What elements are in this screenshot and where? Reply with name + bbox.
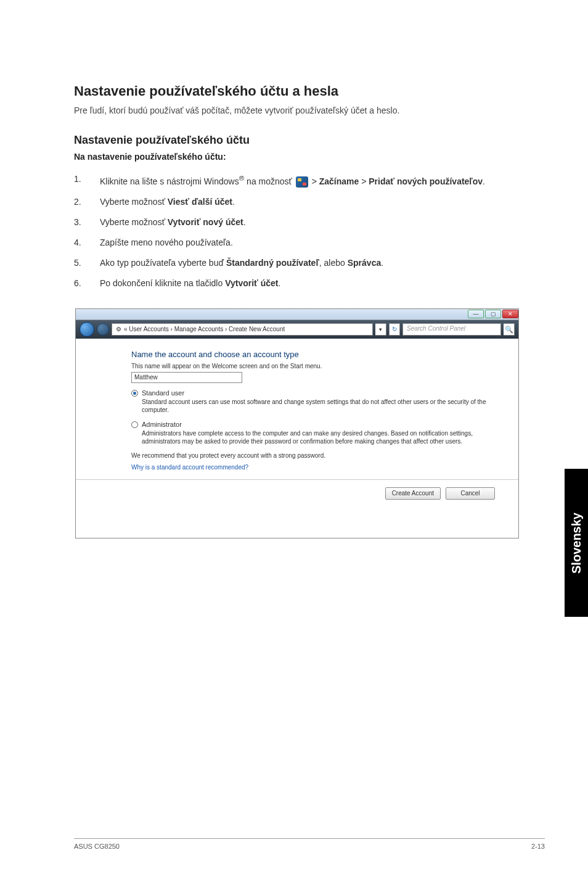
create-account-button[interactable]: Create Account [385,487,441,500]
section-heading: Nastavenie používateľského účtu [74,134,520,147]
step-text: Zapíšte meno nového používateľa. [100,236,520,249]
breadcrumb-text: « User Accounts › Manage Accounts › Crea… [124,326,285,332]
registered-mark: ® [239,174,245,182]
recommend-text: We recommend that you protect every acco… [131,452,495,459]
step-number: 6. [74,277,100,290]
search-icon[interactable]: 🔍 [504,323,515,336]
step-bold: Vytvoriť účet [225,278,278,288]
dialog-subtext: This name will appear on the Welcome scr… [131,363,495,369]
screenshot-window: — ▢ ✕ ⚙ « User Accounts › Manage Account… [75,308,519,538]
step-bold: Vytvoriť nový účet [168,217,243,227]
breadcrumb-icon: ⚙ [116,326,121,332]
standard-user-desc: Standard account users can use most soft… [142,398,495,415]
nav-back-button[interactable] [80,322,94,337]
step-number: 2. [74,196,100,208]
language-tab: Slovensky [565,469,588,617]
administrator-desc: Administrators have complete access to t… [142,429,495,446]
footer-model: ASUS CG8250 [74,843,120,850]
window-navbar: ⚙ « User Accounts › Manage Accounts › Cr… [76,320,518,339]
cancel-button[interactable]: Cancel [446,487,495,500]
footer-page-number: 2-13 [531,843,545,850]
step-3: 3. Vyberte možnosť Vytvoriť nový účet. [74,216,520,229]
refresh-button[interactable]: ↻ [389,323,400,336]
page-footer: ASUS CG8250 2-13 [74,838,545,850]
window-titlebar: — ▢ ✕ [76,309,518,320]
step-4: 4. Zapíšte meno nového používateľa. [74,236,520,249]
dialog-heading: Name the account and choose an account t… [131,350,495,359]
step-number: 1. [74,173,100,188]
step-number: 5. [74,257,100,270]
step-bold: Správca [348,258,381,268]
account-name-input[interactable] [131,372,242,383]
step-text: Kliknite na lište s nástrojmi Windows [100,176,239,186]
step-bold: Začíname [319,176,359,186]
step-2: 2. Vyberte možnosť Viesť ďalší účet. [74,196,520,208]
administrator-radio[interactable] [131,421,138,428]
breadcrumb[interactable]: ⚙ « User Accounts › Manage Accounts › Cr… [112,323,373,336]
page-heading: Nastavenie používateľského účtu a hesla [74,83,520,99]
step-1: 1. Kliknite na lište s nástrojmi Windows… [74,173,520,188]
intro-text: Pre ľudí, ktorí budú používať váš počíta… [74,105,520,115]
windows-start-icon [296,176,308,188]
why-standard-link[interactable]: Why is a standard account recommended? [131,464,495,471]
section-intro: Na nastavenie používateľského účtu: [74,152,520,162]
breadcrumb-dropdown[interactable]: ▾ [375,323,386,336]
step-text: Vyberte možnosť [100,217,168,227]
step-bold: Pridať nových používateľov [369,176,483,186]
step-number: 4. [74,236,100,249]
step-text: Vyberte možnosť [100,197,168,207]
step-bold: Štandardný používateľ [226,258,319,268]
minimize-button[interactable]: — [468,310,484,318]
step-number: 3. [74,216,100,229]
close-button[interactable]: ✕ [502,310,518,318]
standard-user-label: Standard user [142,389,184,397]
step-text: Ako typ používateľa vyberte buď [100,258,226,268]
step-5: 5. Ako typ používateľa vyberte buď Štand… [74,257,520,270]
administrator-label: Administrator [142,421,182,428]
maximize-button[interactable]: ▢ [485,310,501,318]
steps-list: 1. Kliknite na lište s nástrojmi Windows… [74,173,520,290]
nav-forward-button[interactable] [97,323,109,336]
step-6: 6. Po dokončení kliknite na tlačidlo Vyt… [74,277,520,290]
search-input[interactable]: Search Control Panel [402,323,501,336]
standard-user-radio[interactable] [131,390,138,397]
step-text: Po dokončení kliknite na tlačidlo [100,278,225,288]
language-tab-label: Slovensky [570,513,584,574]
step-bold: Viesť ďalší účet [168,197,232,207]
